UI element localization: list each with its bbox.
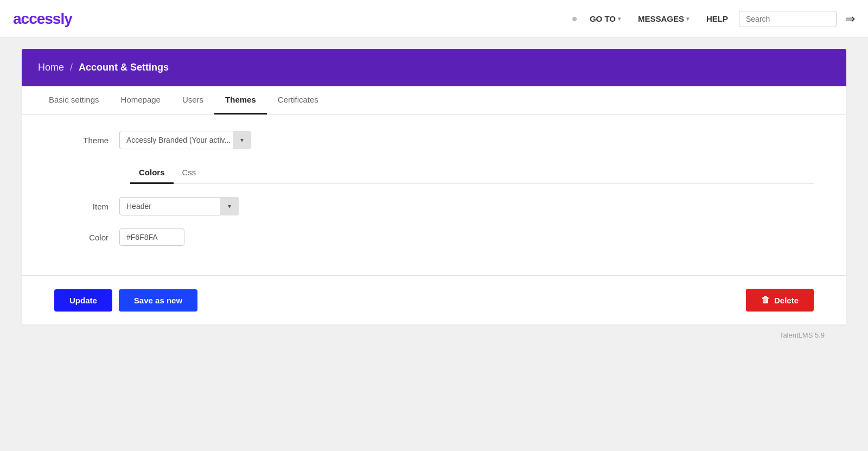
breadcrumb: Home / Account & Settings	[38, 62, 830, 73]
breadcrumb-home: Home	[38, 62, 64, 73]
item-select[interactable]: Header	[119, 197, 239, 215]
delete-button[interactable]: 🗑 Delete	[746, 289, 814, 312]
main-wrapper: Home / Account & Settings Basic settings…	[0, 38, 868, 367]
card-header: Home / Account & Settings	[22, 49, 846, 86]
item-label: Item	[54, 202, 119, 211]
version-text: TalentLMS 5.9	[780, 331, 825, 339]
footer-actions: Update Save as new 🗑 Delete	[22, 276, 846, 325]
tab-homepage[interactable]: Homepage	[110, 86, 171, 115]
color-label: Color	[54, 233, 119, 242]
theme-row: Theme Accessly Branded (Your activ... ▾	[54, 131, 814, 149]
goto-menu[interactable]: GO TO ▾	[583, 10, 627, 28]
tab-themes[interactable]: Themes	[214, 86, 267, 115]
logout-icon[interactable]: ⇒	[845, 12, 855, 26]
delete-label: Delete	[774, 296, 799, 305]
breadcrumb-separator: /	[70, 62, 73, 73]
version-bar: TalentLMS 5.9	[22, 325, 846, 346]
sub-tabs: Colors Css	[130, 162, 814, 184]
content-area: Theme Accessly Branded (Your activ... ▾ …	[22, 115, 846, 275]
messages-menu[interactable]: MESSAGES ▾	[631, 10, 695, 28]
sub-tab-colors[interactable]: Colors	[130, 162, 174, 184]
save-as-new-button[interactable]: Save as new	[119, 289, 197, 312]
sub-tab-css[interactable]: Css	[174, 162, 205, 184]
color-input[interactable]	[119, 228, 184, 246]
nav-dot-icon	[572, 17, 577, 21]
color-row: Color	[54, 228, 814, 246]
theme-select[interactable]: Accessly Branded (Your activ...	[119, 131, 251, 149]
messages-label: MESSAGES	[638, 14, 684, 23]
tab-certificates[interactable]: Certificates	[267, 86, 329, 115]
tab-users[interactable]: Users	[171, 86, 214, 115]
goto-chevron-icon: ▾	[618, 16, 621, 22]
search-input[interactable]	[739, 11, 837, 27]
breadcrumb-current: Account & Settings	[79, 62, 169, 73]
settings-card: Home / Account & Settings Basic settings…	[22, 49, 846, 325]
item-select-wrapper: Header ▾	[119, 197, 239, 215]
messages-chevron-icon: ▾	[686, 16, 689, 22]
theme-select-wrapper: Accessly Branded (Your activ... ▾	[119, 131, 251, 149]
tab-basic-settings[interactable]: Basic settings	[38, 86, 110, 115]
main-tabs: Basic settings Homepage Users Themes Cer…	[22, 86, 846, 115]
theme-label: Theme	[54, 136, 119, 145]
update-button[interactable]: Update	[54, 289, 112, 312]
item-row: Item Header ▾	[54, 197, 814, 215]
trash-icon: 🗑	[761, 295, 770, 305]
help-link[interactable]: HELP	[700, 10, 735, 28]
logo: accessly	[13, 10, 572, 28]
navbar: accessly GO TO ▾ MESSAGES ▾ HELP ⇒	[0, 0, 868, 38]
navbar-right: GO TO ▾ MESSAGES ▾ HELP ⇒	[572, 10, 855, 28]
goto-label: GO TO	[590, 14, 616, 23]
